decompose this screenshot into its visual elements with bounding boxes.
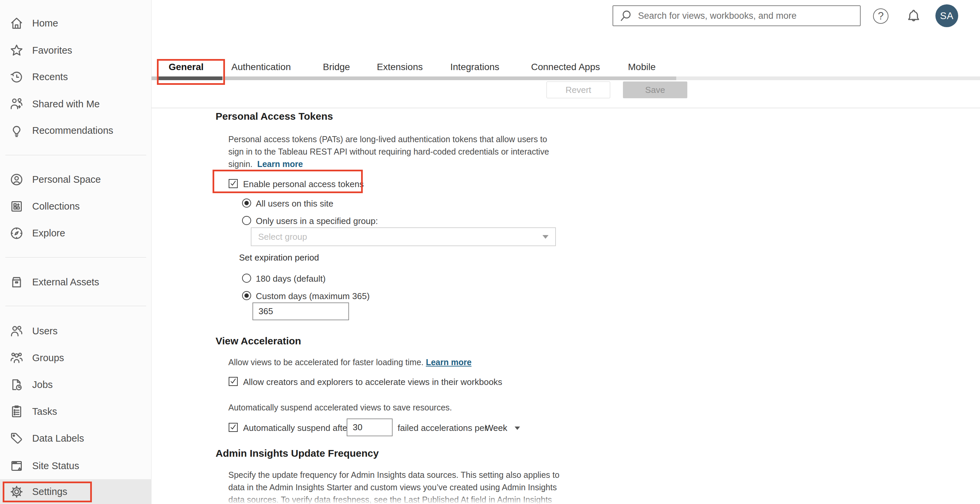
sidebar-item-external-assets[interactable]: External Assets xyxy=(0,269,151,296)
save-button[interactable]: Save xyxy=(623,81,687,98)
tab-general[interactable]: General xyxy=(169,62,204,72)
tab-bridge[interactable]: Bridge xyxy=(323,62,350,72)
sidebar-item-data-labels[interactable]: Data Labels xyxy=(0,425,151,452)
tasks-icon xyxy=(9,404,24,419)
search-box xyxy=(612,5,861,26)
auto-suspend-label: Automatically suspend after xyxy=(243,423,350,433)
expiration-default-radio[interactable] xyxy=(242,273,251,283)
tab-authentication[interactable]: Authentication xyxy=(231,62,291,72)
sidebar-divider xyxy=(5,257,146,258)
sidebar-item-favorites[interactable]: Favorites xyxy=(0,37,151,64)
sidebar-item-label: Collections xyxy=(32,201,80,212)
expiration-period-label: Set expiration period xyxy=(239,253,319,263)
sidebar-item-recents[interactable]: Recents xyxy=(0,64,151,90)
expiration-default-label: 180 days (default) xyxy=(256,273,326,284)
pat-description: Personal access tokens (PATs) are long-l… xyxy=(228,133,549,170)
search-input[interactable] xyxy=(637,10,860,21)
sidebar-item-tasks[interactable]: Tasks xyxy=(0,398,151,425)
user-avatar[interactable]: SA xyxy=(935,4,958,27)
sidebar-item-label: Users xyxy=(32,326,58,337)
recents-icon xyxy=(9,69,24,84)
collections-icon xyxy=(9,199,24,214)
sidebar-divider xyxy=(5,306,146,306)
lightbulb-icon xyxy=(9,123,24,138)
pat-learn-more-link[interactable]: Learn more xyxy=(257,159,303,169)
sidebar-item-explore[interactable]: Explore xyxy=(0,219,151,246)
sidebar-item-recommendations[interactable]: Recommendations xyxy=(0,117,151,144)
group-select-placeholder: Select group xyxy=(258,232,542,242)
help-icon[interactable]: ? xyxy=(872,7,889,25)
custom-days-input[interactable] xyxy=(253,302,349,320)
sidebar-item-label: Tasks xyxy=(32,406,57,417)
auto-suspend-checkbox[interactable] xyxy=(229,423,238,432)
sidebar-item-collections[interactable]: Collections xyxy=(0,193,151,219)
pat-section-title: Personal Access Tokens xyxy=(216,111,333,122)
sidebar-item-site-status[interactable]: Site Status xyxy=(0,452,151,479)
chevron-down-icon xyxy=(515,426,520,430)
enable-pat-label: Enable personal access tokens xyxy=(243,179,364,189)
toolbar-divider xyxy=(151,108,980,108)
enable-pat-checkbox[interactable] xyxy=(229,179,238,188)
sidebar-divider xyxy=(5,155,146,155)
suspend-suffix-label: failed accelerations per xyxy=(398,423,487,433)
tab-scrollbar-track xyxy=(151,76,676,80)
sidebar-item-label: Site Status xyxy=(32,460,79,471)
users-icon xyxy=(9,323,24,339)
sidebar-item-label: Settings xyxy=(32,486,67,497)
pat-all-users-label: All users on this site xyxy=(256,199,333,209)
sidebar-item-label: Recents xyxy=(32,72,68,83)
pat-all-users-radio[interactable] xyxy=(242,199,251,208)
jobs-icon xyxy=(9,377,24,392)
tab-extensions[interactable]: Extensions xyxy=(377,62,423,72)
sidebar-item-label: Jobs xyxy=(32,379,52,390)
sidebar-item-label: Data Labels xyxy=(32,433,84,444)
tab-mobile[interactable]: Mobile xyxy=(628,62,655,72)
period-select-value: Week xyxy=(485,423,507,433)
groups-icon xyxy=(9,350,24,366)
expiration-custom-label: Custom days (maximum 365) xyxy=(256,291,370,302)
group-select-dropdown[interactable]: Select group xyxy=(251,227,556,246)
sidebar-item-label: Shared with Me xyxy=(32,99,100,110)
expiration-custom-radio[interactable] xyxy=(242,291,251,300)
tab-integrations[interactable]: Integrations xyxy=(450,62,499,72)
view-acceleration-learn-more-link[interactable]: Learn more xyxy=(426,358,471,367)
view-acceleration-description: Allow views to be accelerated for faster… xyxy=(228,356,471,369)
suspend-intro-text: Automatically suspend accelerated views … xyxy=(228,401,452,414)
sidebar-item-home[interactable]: Home xyxy=(0,10,151,37)
tableau-settings-page: Home Favorites Recents Shared with Me Re… xyxy=(0,0,980,504)
tab-scrollbar-track-right xyxy=(676,76,980,80)
tag-icon xyxy=(9,431,24,446)
sidebar-item-label: Recommendations xyxy=(32,125,113,136)
sidebar-item-label: Personal Space xyxy=(32,174,101,185)
sidebar-item-personal-space[interactable]: Personal Space xyxy=(0,166,151,193)
suspend-threshold-input[interactable] xyxy=(347,418,393,436)
sidebar-item-label: Home xyxy=(32,18,58,29)
admin-insights-title: Admin Insights Update Frequency xyxy=(216,448,379,459)
site-status-icon xyxy=(9,458,24,474)
sidebar-item-shared-with-me[interactable]: Shared with Me xyxy=(0,91,151,118)
sidebar-item-groups[interactable]: Groups xyxy=(0,344,151,371)
sidebar-item-label: Groups xyxy=(32,353,64,364)
allow-acceleration-checkbox[interactable] xyxy=(229,377,238,386)
allow-acceleration-label: Allow creators and explorers to accelera… xyxy=(243,377,502,387)
period-select-dropdown[interactable]: Week xyxy=(485,423,520,433)
chevron-down-icon xyxy=(542,235,549,239)
gear-icon xyxy=(9,484,24,499)
pat-specified-group-radio[interactable] xyxy=(242,216,251,225)
notifications-bell-icon[interactable] xyxy=(905,7,922,25)
sidebar-item-settings[interactable]: Settings xyxy=(0,479,151,504)
sidebar-item-label: External Assets xyxy=(32,277,99,288)
sidebar-item-label: Favorites xyxy=(32,45,72,56)
view-acceleration-title: View Acceleration xyxy=(216,335,301,347)
revert-button[interactable]: Revert xyxy=(546,81,610,98)
sidebar-item-users[interactable]: Users xyxy=(0,318,151,344)
tab-connected-apps[interactable]: Connected Apps xyxy=(531,62,600,72)
tab-scrollbar-thumb[interactable] xyxy=(159,76,222,80)
shared-with-me-icon xyxy=(9,96,24,112)
home-icon xyxy=(9,16,24,31)
pat-specified-group-label: Only users in a specified group: xyxy=(256,216,378,226)
sidebar: Home Favorites Recents Shared with Me Re… xyxy=(0,0,151,504)
sidebar-item-label: Explore xyxy=(32,228,65,239)
external-assets-icon xyxy=(9,274,24,290)
sidebar-item-jobs[interactable]: Jobs xyxy=(0,371,151,398)
